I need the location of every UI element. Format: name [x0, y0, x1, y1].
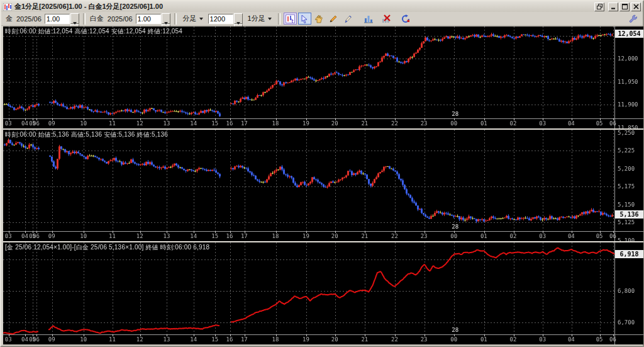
refresh-button[interactable]	[399, 13, 413, 25]
app-window: 金1分足[2025/06]1.00 - 白金1分足[2025/06]1.00 金…	[0, 0, 644, 347]
refresh-icon	[401, 14, 411, 23]
x-axis-tick-label: 13	[163, 120, 170, 127]
bar-count-input[interactable]	[208, 14, 233, 24]
y-axis-price-label: 5,200	[618, 166, 635, 172]
x-axis-tick-label: 21	[361, 336, 368, 343]
cascade-windows-button[interactable]	[594, 3, 604, 11]
x-axis-tick-label: 16	[226, 120, 233, 127]
chart-panel-spread: [金 25/06 12,054×1.00]-[白金 25/06 5,136×1.…	[3, 242, 643, 344]
platinum-multiplier-spinner	[136, 13, 170, 25]
delete-chart-button[interactable]	[380, 13, 393, 25]
candle-cursor-tool-button[interactable]	[284, 13, 297, 25]
y-axis-price-label: 5,175	[618, 183, 635, 190]
x-axis-tick-label: 19	[303, 120, 309, 127]
x-axis-tick-label: 15	[211, 233, 218, 239]
wrench-icon	[629, 14, 638, 23]
x-axis-tick-label: 03	[5, 336, 12, 343]
x-axis-tick-label: 10	[80, 120, 87, 127]
x-axis-tick-label: 06	[33, 120, 40, 127]
x-axis-tick-label: 14	[190, 233, 197, 239]
x-axis-tick-label: 04	[568, 120, 575, 127]
x-axis-tick-label: 22	[391, 336, 398, 343]
chart-type-dropdown-button[interactable]	[360, 13, 379, 25]
x-axis-tick-label: 17	[241, 120, 248, 127]
x-axis-tick-label: 14	[190, 120, 197, 127]
platinum-ohlc-readout: 時刻:06:00 始値:5,136 高値:5,136 安値:5,136 終値:5…	[5, 130, 168, 139]
x-axis-tick-label: 16	[226, 233, 233, 239]
x-axis-tick-label: 23	[421, 233, 428, 239]
y-axis-price-label: 5,225	[618, 147, 635, 154]
platinum-candlestick-canvas[interactable]	[3, 130, 643, 241]
x-axis-tick-label: 19	[303, 336, 309, 343]
x-axis-tick-label: 20	[331, 336, 338, 343]
gold-ohlc-readout: 時刻:06:00 始値:12,054 高値:12,054 安値:12,054 終…	[5, 27, 182, 36]
gold-candlestick-canvas[interactable]	[3, 26, 643, 128]
delete-chart-icon	[382, 14, 391, 23]
minimize-button[interactable]	[608, 3, 618, 11]
interval-type-label: 分足	[183, 14, 197, 23]
marker-pen-tool-button[interactable]	[341, 13, 355, 25]
pencil-tool-button[interactable]	[327, 13, 340, 25]
spread-formula-readout: [金 25/06 12,054×1.00]-[白金 25/06 5,136×1.…	[5, 243, 209, 252]
window-controls	[594, 3, 641, 11]
x-axis-tick-label: 00	[450, 233, 457, 239]
x-axis-tick-label: 03	[539, 233, 546, 239]
platinum-month-label: 2025/06	[108, 15, 133, 23]
x-axis-tick-label: 10	[80, 336, 87, 343]
y-axis-price-label: 6,700	[618, 319, 635, 326]
gold-symbol-label: 金	[6, 14, 13, 23]
spread-current-value-badge: 6,918	[615, 250, 643, 258]
x-axis-tick-label: 18	[272, 336, 279, 343]
x-axis-tick-label: 05	[596, 233, 603, 239]
y-axis-price-label: 11,950	[618, 79, 638, 85]
x-axis-tick-label: 12	[136, 233, 143, 239]
y-axis-price-label: 5,125	[618, 219, 635, 225]
platinum-current-price-badge: 5,136	[615, 210, 643, 219]
x-axis-tick-label: 04	[21, 120, 28, 127]
select-cursor-tool-button[interactable]	[298, 13, 311, 25]
y-axis-price-label: 6,800	[618, 288, 635, 294]
spread-line-canvas[interactable]	[3, 242, 643, 344]
x-axis-tick-label: 21	[361, 233, 368, 239]
x-axis-tick-label: 23	[421, 336, 428, 343]
x-axis-tick-label: 17	[241, 336, 248, 343]
x-axis-tick-label: 02	[510, 336, 517, 343]
gold-multiplier-input[interactable]	[45, 14, 70, 24]
gold-month-label: 2025/06	[16, 15, 42, 23]
x-axis-tick-label: 01	[480, 120, 487, 127]
x-axis-tick-label: 12	[136, 336, 143, 343]
period-dropdown[interactable]: 1分足	[245, 13, 275, 25]
y-axis-price-label: 12,000	[618, 55, 638, 62]
y-axis-price-label: 5,250	[618, 130, 635, 136]
x-axis-tick-label: 09	[48, 336, 55, 343]
x-axis-tick-label: 03	[539, 120, 546, 127]
y-axis-price-label: 5,150	[618, 202, 635, 208]
interval-type-dropdown[interactable]: 分足	[180, 13, 206, 25]
x-axis-tick-label: 11	[109, 120, 116, 127]
x-axis-tick-label: 05	[596, 120, 603, 127]
x-axis-tick-label: 06	[609, 233, 616, 239]
x-axis-tick-label: 14	[190, 336, 197, 343]
settings-wrench-button[interactable]	[626, 13, 640, 25]
x-axis-tick-label: 18	[272, 120, 279, 127]
x-axis-tick-label: 20	[331, 120, 338, 127]
date-change-label: 28	[452, 111, 458, 117]
chart-panel-gold: 時刻:06:00 始値:12,054 高値:12,054 安値:12,054 終…	[3, 26, 643, 128]
x-axis-tick-label: 22	[391, 233, 398, 239]
x-axis-tick-label: 12	[136, 120, 143, 127]
x-axis-tick-label: 13	[163, 233, 170, 239]
minimize-icon	[611, 4, 616, 9]
period-label: 1分足	[248, 14, 265, 23]
toolbar: 金 2025/06 白金 2025/06 分足	[1, 12, 643, 26]
x-axis-tick-label: 04	[21, 336, 28, 343]
platinum-multiplier-input[interactable]	[136, 14, 161, 24]
close-button[interactable]	[631, 3, 641, 11]
pan-hand-icon	[314, 14, 323, 23]
x-axis-tick-label: 10	[80, 233, 87, 239]
x-axis-tick-label: 18	[272, 233, 279, 239]
pan-hand-tool-button[interactable]	[313, 13, 326, 25]
marker-pen-icon	[343, 14, 352, 23]
date-change-label: 28	[452, 327, 458, 333]
maximize-button[interactable]	[619, 3, 630, 11]
x-axis-tick-label: 04	[21, 233, 28, 239]
